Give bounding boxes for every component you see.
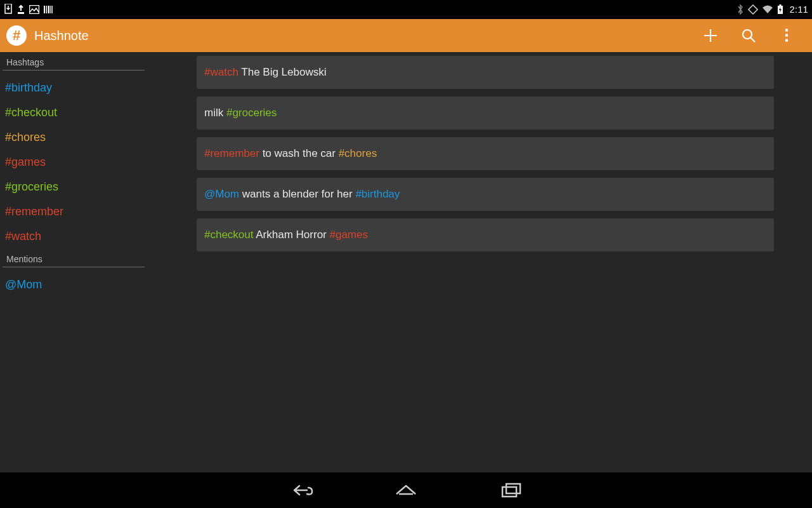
note-segment: #birthday: [355, 188, 400, 200]
note-segment: The Big Lebowski: [239, 66, 327, 78]
add-button[interactable]: [691, 19, 730, 52]
svg-rect-14: [786, 39, 788, 41]
note-list: #watch The Big Lebowskimilk #groceries#r…: [152, 52, 812, 472]
mentions-section-title: Mentions: [0, 253, 152, 267]
overflow-menu-button[interactable]: [768, 19, 806, 52]
sidebar-hashtag-item[interactable]: #groceries: [0, 175, 152, 199]
download-icon: [4, 4, 13, 15]
status-bar-right: 2:11: [737, 4, 808, 15]
svg-rect-7: [52, 6, 53, 13]
svg-rect-12: [786, 29, 788, 31]
sidebar-hashtag-item[interactable]: #watch: [0, 224, 152, 249]
hashtags-section-title: Hashtags: [0, 56, 152, 70]
divider: [3, 70, 145, 70]
note-item[interactable]: #checkout Arkham Horror #games: [197, 218, 774, 251]
svg-rect-3: [44, 6, 45, 13]
sidebar-hashtag-item[interactable]: #checkout: [0, 100, 152, 125]
android-status-bar: 2:11: [0, 0, 812, 19]
note-item[interactable]: @Mom wants a blender for her #birthday: [197, 178, 774, 211]
svg-point-11: [743, 30, 752, 39]
sidebar-hashtag-item[interactable]: #chores: [0, 125, 152, 150]
svg-rect-16: [506, 484, 520, 493]
note-segment: wants a blender for her: [239, 188, 355, 200]
svg-rect-4: [46, 6, 48, 13]
note-segment: #watch: [204, 66, 239, 78]
battery-charging-icon: [777, 4, 783, 15]
note-segment: #chores: [339, 147, 377, 159]
main-area: Hashtags #birthday#checkout#chores#games…: [0, 52, 812, 472]
note-segment: to wash the car: [259, 147, 339, 159]
app-logo-icon: #: [6, 25, 27, 46]
svg-rect-6: [51, 6, 52, 13]
wifi-icon: [762, 5, 773, 14]
note-segment: #games: [329, 229, 367, 241]
note-segment: #checkout: [204, 229, 254, 241]
search-button[interactable]: [730, 19, 768, 52]
svg-rect-1: [18, 12, 24, 14]
upload-icon: [16, 4, 25, 15]
back-button[interactable]: [283, 472, 318, 508]
barcode-icon: [43, 5, 53, 14]
note-segment: #groceries: [226, 107, 277, 119]
note-item[interactable]: #watch The Big Lebowski: [197, 56, 774, 89]
divider: [3, 267, 145, 267]
status-bar-left: [4, 4, 53, 15]
status-bar-clock: 2:11: [790, 4, 808, 15]
app-title: Hashnote: [34, 29, 89, 43]
rotation-lock-icon: [748, 4, 758, 15]
svg-rect-13: [786, 34, 788, 36]
sidebar-hashtag-item[interactable]: #games: [0, 150, 152, 175]
sidebar-hashtag-item[interactable]: #remember: [0, 199, 152, 224]
bluetooth-icon: [737, 4, 744, 15]
note-segment: milk: [204, 107, 226, 119]
note-item[interactable]: #remember to wash the car #chores: [197, 137, 774, 170]
sidebar-mention-item[interactable]: @Mom: [0, 272, 152, 297]
image-icon: [29, 5, 39, 14]
sidebar-hashtag-item[interactable]: #birthday: [0, 76, 152, 100]
svg-rect-15: [502, 487, 516, 497]
note-segment: Arkham Horror: [254, 229, 330, 241]
svg-rect-5: [48, 6, 50, 13]
note-segment: #remember: [204, 147, 259, 159]
svg-rect-2: [30, 6, 39, 14]
recent-apps-button[interactable]: [494, 472, 529, 508]
note-segment: @Mom: [204, 188, 239, 200]
sidebar: Hashtags #birthday#checkout#chores#games…: [0, 52, 152, 472]
action-bar: # Hashnote: [0, 19, 812, 52]
note-item[interactable]: milk #groceries: [197, 97, 774, 130]
android-navigation-bar: [0, 472, 812, 508]
svg-rect-8: [749, 5, 757, 14]
svg-rect-10: [779, 4, 781, 6]
home-button[interactable]: [388, 472, 424, 508]
